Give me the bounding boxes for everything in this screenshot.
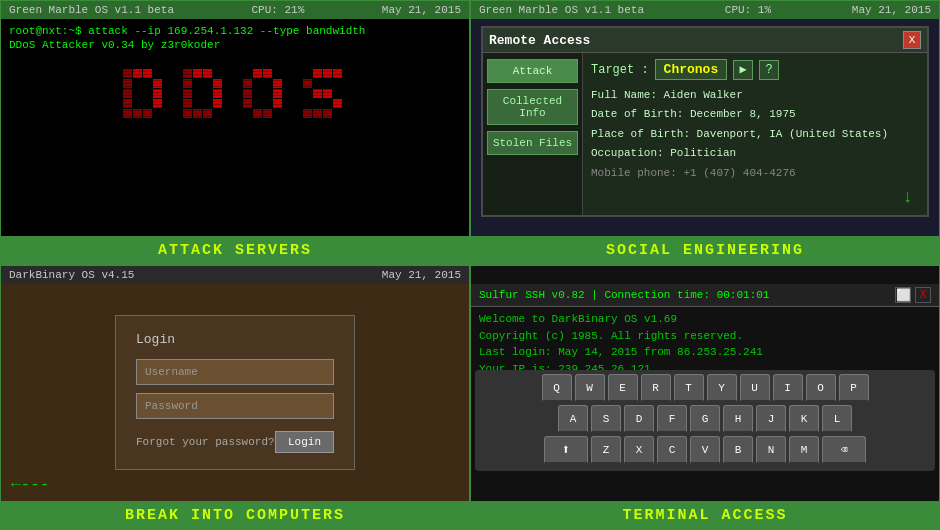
panel-attack: Green Marble OS v1.1 beta CPU: 21% May 2… — [0, 0, 470, 265]
key-a[interactable]: A — [558, 405, 588, 433]
back-arrow[interactable]: ←--- — [11, 476, 49, 494]
ra-title: Remote Access — [489, 33, 590, 48]
login-forgot-row: Forgot your password? Login — [136, 431, 334, 453]
key-z[interactable]: Z — [591, 436, 621, 464]
ra-nav-next[interactable]: ▶ — [733, 60, 753, 80]
ddos-art — [9, 59, 461, 179]
cpu-label-1: CPU: 21% — [252, 4, 305, 16]
ra-stolen-btn[interactable]: Stolen Files — [487, 131, 578, 155]
ra-target-label: Target : — [591, 63, 649, 77]
os-label-2: Green Marble OS v1.1 beta — [479, 4, 644, 16]
key-v[interactable]: V — [690, 436, 720, 464]
forgot-password-link[interactable]: Forgot your password? — [136, 436, 275, 448]
login-btn[interactable]: Login — [275, 431, 334, 453]
ssh-close-icon[interactable]: X — [915, 287, 931, 303]
ra-titlebar: Remote Access X — [483, 28, 927, 53]
key-e[interactable]: E — [608, 374, 638, 402]
key-d[interactable]: D — [624, 405, 654, 433]
key-x[interactable]: X — [624, 436, 654, 464]
panel-label-attack: ATTACK SERVERS — [1, 236, 469, 264]
key-g[interactable]: G — [690, 405, 720, 433]
key-i[interactable]: I — [773, 374, 803, 402]
ra-target-value: Chronos — [655, 59, 728, 80]
ddos-canvas — [65, 59, 405, 179]
key-row-3: ⬆ Z X C V B N M ⌫ — [479, 436, 931, 464]
key-k[interactable]: K — [789, 405, 819, 433]
key-row-1: Q W E R T Y U I O P — [479, 374, 931, 402]
key-j[interactable]: J — [756, 405, 786, 433]
key-row-2: A S D F G H J K L — [479, 405, 931, 433]
date-label-2: May 21, 2015 — [852, 4, 931, 16]
password-input[interactable] — [136, 393, 334, 419]
key-shift[interactable]: ⬆ — [544, 436, 588, 464]
ra-content: Target : Chronos ▶ ? Full Name: Aiden Wa… — [583, 53, 927, 215]
key-f[interactable]: F — [657, 405, 687, 433]
panel-label-terminal: TERMINAL ACCESS — [471, 501, 939, 529]
status-bar-3: DarkBinary OS v4.15 May 21, 2015 — [1, 266, 469, 284]
key-t[interactable]: T — [674, 374, 704, 402]
ra-attack-btn[interactable]: Attack — [487, 59, 578, 83]
ssh-title-text: Sulfur SSH v0.82 | Connection time: 00:0… — [479, 289, 769, 301]
terminal-sub: DDoS Attacker v0.34 by z3r0koder — [9, 39, 461, 51]
panel-label-social: SOCIAL ENGINEERING — [471, 236, 939, 264]
ra-info-pob: Place of Birth: Davenport, IA (United St… — [591, 127, 919, 142]
key-r[interactable]: R — [641, 374, 671, 402]
panel-break: DarkBinary OS v4.15 May 21, 2015 Login F… — [0, 265, 470, 530]
key-backspace[interactable]: ⌫ — [822, 436, 866, 464]
key-w[interactable]: W — [575, 374, 605, 402]
ra-scroll-down[interactable]: ↓ — [591, 185, 919, 209]
terminal-area: root@nxt:~$ attack --ip 169.254.1.132 --… — [1, 19, 469, 236]
keyboard: Q W E R T Y U I O P A S D F G H — [475, 370, 935, 471]
ra-info-dob: Date of Birth: December 8, 1975 — [591, 107, 919, 122]
ra-nav-help[interactable]: ? — [759, 60, 779, 80]
t-line-2: Copyright (c) 1985. All rights reserved. — [479, 328, 931, 345]
login-title: Login — [136, 332, 334, 347]
ra-info-occupation: Occupation: Politician — [591, 146, 919, 161]
terminal-4-area: Sulfur SSH v0.82 | Connection time: 00:0… — [471, 284, 939, 501]
date-label-3: May 21, 2015 — [382, 269, 461, 281]
key-n[interactable]: N — [756, 436, 786, 464]
panel-label-break: BREAK INTO COMPUTERS — [1, 501, 469, 529]
ra-body: Attack Collected Info Stolen Files Targe… — [483, 53, 927, 215]
t-line-1: Welcome to DarkBinary OS v1.69 — [479, 311, 931, 328]
remote-access-window: Remote Access X Attack Collected Info St… — [481, 26, 929, 217]
key-u[interactable]: U — [740, 374, 770, 402]
ra-info-mobile: Mobile phone: +1 (407) 404-4276 — [591, 166, 919, 181]
key-s[interactable]: S — [591, 405, 621, 433]
ra-sidebar: Attack Collected Info Stolen Files — [483, 53, 583, 215]
status-bar-1: Green Marble OS v1.1 beta CPU: 21% May 2… — [1, 1, 469, 19]
key-o[interactable]: O — [806, 374, 836, 402]
key-p[interactable]: P — [839, 374, 869, 402]
key-l[interactable]: L — [822, 405, 852, 433]
login-box: Login Forgot your password? Login — [115, 315, 355, 470]
key-q[interactable]: Q — [542, 374, 572, 402]
key-y[interactable]: Y — [707, 374, 737, 402]
ra-collected-btn[interactable]: Collected Info — [487, 89, 578, 125]
ssh-icons: ⬜ X — [895, 287, 931, 303]
ra-target-row: Target : Chronos ▶ ? — [591, 59, 919, 80]
ra-close-btn[interactable]: X — [903, 31, 921, 49]
os-label-1: Green Marble OS v1.1 beta — [9, 4, 174, 16]
key-b[interactable]: B — [723, 436, 753, 464]
date-label-1: May 21, 2015 — [382, 4, 461, 16]
key-c[interactable]: C — [657, 436, 687, 464]
ra-info-fullname: Full Name: Aiden Walker — [591, 88, 919, 103]
username-input[interactable] — [136, 359, 334, 385]
status-bar-2: Green Marble OS v1.1 beta CPU: 1% May 21… — [471, 1, 939, 19]
key-h[interactable]: H — [723, 405, 753, 433]
terminal-cmd: root@nxt:~$ attack --ip 169.254.1.132 --… — [9, 25, 461, 37]
t-line-3: Last login: May 14, 2015 from 86.253.25.… — [479, 344, 931, 361]
panel-terminal: Sulfur SSH v0.82 | Connection time: 00:0… — [470, 265, 940, 530]
key-m[interactable]: M — [789, 436, 819, 464]
ssh-titlebar: Sulfur SSH v0.82 | Connection time: 00:0… — [471, 284, 939, 307]
cpu-label-2: CPU: 1% — [725, 4, 771, 16]
login-container: Login Forgot your password? Login — [1, 284, 469, 501]
os-label-3: DarkBinary OS v4.15 — [9, 269, 134, 281]
ssh-maximize-icon[interactable]: ⬜ — [895, 287, 911, 303]
panel-social: Green Marble OS v1.1 beta CPU: 1% May 21… — [470, 0, 940, 265]
